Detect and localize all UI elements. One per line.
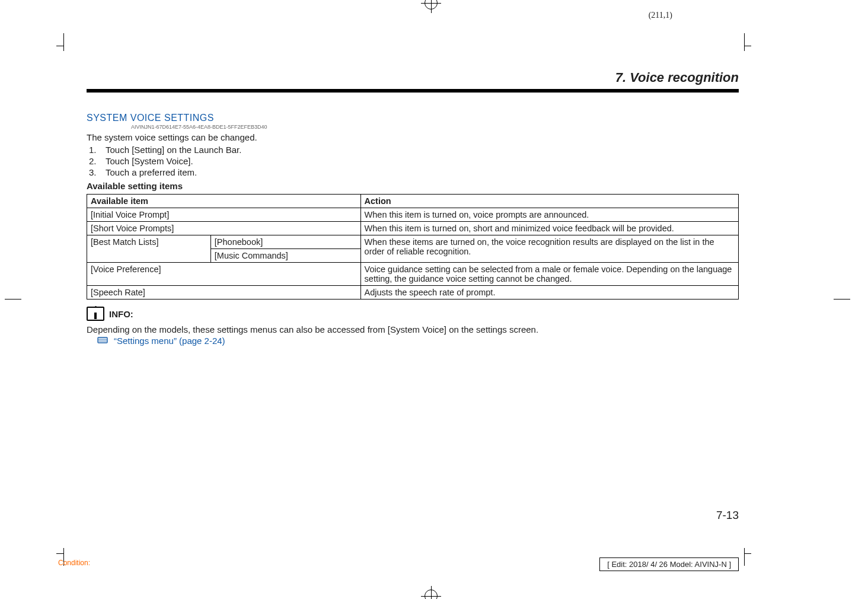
- registration-mark-bottom: [425, 590, 438, 599]
- section-intro: The system voice settings can be changed…: [87, 132, 739, 142]
- cell-item: [Voice Preference]: [87, 263, 361, 286]
- crop-mark: [58, 548, 69, 559]
- table-subhead: Available setting items: [87, 181, 739, 191]
- info-icon: [87, 307, 104, 321]
- table-header-row: Available item Action: [87, 195, 739, 208]
- sheet-page-number: (211,1): [649, 11, 672, 20]
- page-number: 7-13: [716, 509, 739, 522]
- cell-subitem: [Music Commands]: [210, 249, 360, 263]
- step-item: 2.Touch [System Voice].: [89, 156, 739, 166]
- table-row: [Voice Preference] Voice guidance settin…: [87, 263, 739, 286]
- table-row: [Speech Rate] Adjusts the speech rate of…: [87, 286, 739, 300]
- cell-item: [Best Match Lists]: [87, 235, 211, 263]
- step-text: Touch [Setting] on the Launch Bar.: [106, 145, 241, 155]
- cell-action: When this item is turned on, voice promp…: [360, 208, 738, 222]
- crop-mark: [5, 294, 15, 304]
- step-item: 1.Touch [Setting] on the Launch Bar.: [89, 145, 739, 155]
- condition-label: Condition:: [58, 559, 90, 567]
- cell-item: [Speech Rate]: [87, 286, 361, 300]
- col-header-action: Action: [360, 195, 738, 208]
- cross-reference-link[interactable]: “Settings menu” (page 2-24): [87, 336, 739, 346]
- step-text: Touch a preferred item.: [106, 167, 197, 177]
- crop-mark: [739, 40, 749, 51]
- step-text: Touch [System Voice].: [106, 156, 193, 166]
- section-heading: SYSTEM VOICE SETTINGS: [87, 113, 739, 123]
- crop-mark: [58, 40, 69, 51]
- cell-item: [Short Voice Prompts]: [87, 222, 361, 235]
- cell-item: [Initial Voice Prompt]: [87, 208, 361, 222]
- settings-table: Available item Action [Initial Voice Pro…: [87, 194, 739, 300]
- crop-mark: [834, 294, 844, 304]
- col-header-item: Available item: [87, 195, 361, 208]
- cross-reference-text: “Settings menu” (page 2-24): [114, 336, 225, 346]
- crop-mark: [739, 548, 749, 559]
- svg-rect-0: [98, 337, 107, 343]
- info-callout: INFO:: [87, 307, 739, 321]
- info-label: INFO:: [109, 309, 133, 319]
- content-area: SYSTEM VOICE SETTINGS AIVINJN1-67D614E7-…: [87, 113, 739, 346]
- step-item: 3.Touch a preferred item.: [89, 167, 739, 177]
- chapter-title: 7. Voice recognition: [615, 70, 739, 85]
- cell-action: Adjusts the speech rate of prompt.: [360, 286, 738, 300]
- cell-action: When these items are turned on, the voic…: [360, 235, 738, 263]
- table-row: [Initial Voice Prompt] When this item is…: [87, 208, 739, 222]
- info-text: Depending on the models, these settings …: [87, 324, 739, 334]
- table-row: [Best Match Lists] [Phonebook] When thes…: [87, 235, 739, 249]
- guid-code: AIVINJN1-67D614E7-55A6-4EA8-BDE1-5FF2EFE…: [131, 124, 739, 130]
- cell-action: Voice guidance setting can be selected f…: [360, 263, 738, 286]
- table-row: [Short Voice Prompts] When this item is …: [87, 222, 739, 235]
- cell-action: When this item is turned on, short and m…: [360, 222, 738, 235]
- title-divider: [87, 89, 739, 93]
- steps-list: 1.Touch [Setting] on the Launch Bar. 2.T…: [87, 145, 739, 177]
- registration-mark-top: [425, 0, 438, 9]
- cell-subitem: [Phonebook]: [210, 235, 360, 249]
- edit-info-box: [ Edit: 2018/ 4/ 26 Model: AIVINJ-N ]: [599, 557, 739, 571]
- reference-icon: [97, 336, 110, 346]
